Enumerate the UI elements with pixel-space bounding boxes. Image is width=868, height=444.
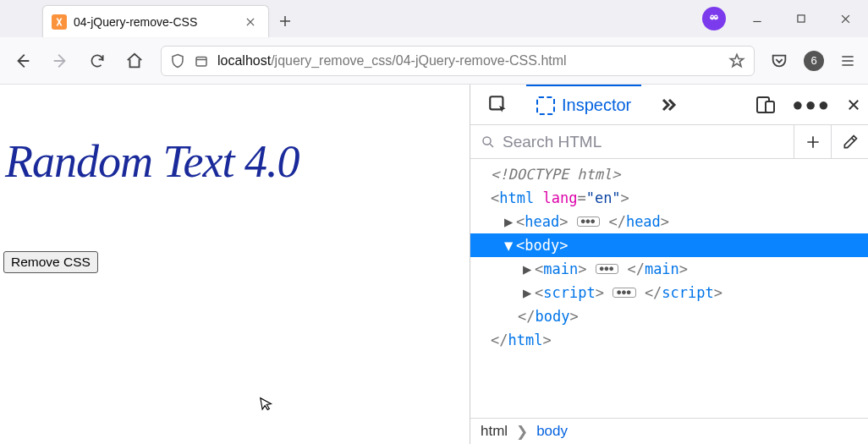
window-controls xyxy=(702,0,868,37)
search-icon xyxy=(481,134,496,150)
tree-script[interactable]: ▶<script> ●●● </script> xyxy=(470,281,868,304)
tree-body-open[interactable]: ▼<body> xyxy=(470,233,868,257)
svg-rect-4 xyxy=(196,57,206,66)
forward-button xyxy=(49,50,71,72)
tree-main[interactable]: ▶<main> ●●● </main> xyxy=(470,257,868,281)
tab-title: 04-jQuery-remove-CSS xyxy=(74,15,238,29)
xampp-favicon xyxy=(52,14,67,30)
window-minimize-icon[interactable] xyxy=(744,6,770,31)
devtools-panel: Inspector ●●● Search HTML xyxy=(470,85,868,444)
responsive-mode-icon[interactable] xyxy=(755,95,777,115)
tab-inspector[interactable]: Inspector xyxy=(526,85,641,125)
breadcrumb: html ❯ body xyxy=(470,418,868,444)
browser-tab[interactable]: 04-jQuery-remove-CSS xyxy=(42,5,269,37)
tab-close-icon[interactable] xyxy=(244,16,260,28)
devtools-search-row: Search HTML xyxy=(470,125,868,159)
home-button[interactable] xyxy=(124,50,146,72)
bookmark-star-icon[interactable] xyxy=(728,52,745,69)
url-text: localhost/jquery_remove_css/04-jQuery-re… xyxy=(217,53,567,69)
tree-head[interactable]: ▶<head> ●●● </head> xyxy=(470,210,868,233)
dom-tree[interactable]: <!DOCTYPE html> <html lang="en"> ▶<head>… xyxy=(470,159,868,418)
content-area: Random Text 4.0 Remove CSS Inspector ●●● xyxy=(0,85,868,444)
tree-body-close[interactable]: </body> xyxy=(470,304,868,328)
mouse-cursor-icon xyxy=(257,393,276,414)
search-placeholder: Search HTML xyxy=(503,133,602,151)
extension-badge-icon[interactable] xyxy=(702,7,726,30)
site-info-icon[interactable] xyxy=(194,53,209,69)
remove-css-button[interactable]: Remove CSS xyxy=(3,251,98,273)
eyedropper-icon[interactable] xyxy=(831,125,868,159)
window-maximize-icon[interactable] xyxy=(788,6,814,31)
tree-html-open[interactable]: <html lang="en"> xyxy=(470,186,868,210)
toolbar-right: 6 xyxy=(770,51,856,71)
new-tab-button[interactable] xyxy=(269,5,301,37)
shield-icon[interactable] xyxy=(170,52,185,69)
html-search-input[interactable]: Search HTML xyxy=(470,133,794,151)
devtools-menu-icon[interactable]: ●●● xyxy=(792,94,831,116)
pocket-icon[interactable] xyxy=(770,52,788,70)
svg-point-2 xyxy=(715,16,717,18)
devtools-close-icon[interactable] xyxy=(846,97,861,112)
new-node-button[interactable] xyxy=(794,125,831,159)
crumb-body[interactable]: body xyxy=(536,423,568,440)
window-close-icon[interactable] xyxy=(832,6,858,31)
account-badge[interactable]: 6 xyxy=(804,51,824,71)
chevron-right-icon: ❯ xyxy=(516,423,528,441)
svg-point-8 xyxy=(483,137,491,145)
reload-button[interactable] xyxy=(86,50,108,72)
address-bar[interactable]: localhost/jquery_remove_css/04-jQuery-re… xyxy=(161,46,755,76)
devtools-overflow-icon[interactable] xyxy=(648,85,689,125)
tab-inspector-label: Inspector xyxy=(562,96,631,115)
svg-rect-3 xyxy=(798,15,805,22)
tree-html-close[interactable]: </html> xyxy=(470,328,868,352)
element-picker-icon[interactable] xyxy=(477,85,519,125)
back-button[interactable] xyxy=(12,50,34,72)
page-viewport: Random Text 4.0 Remove CSS xyxy=(0,85,470,444)
page-heading: Random Text 4.0 xyxy=(5,135,470,188)
devtools-toolbar: Inspector ●●● xyxy=(470,85,868,125)
tab-strip: 04-jQuery-remove-CSS xyxy=(0,0,868,37)
crumb-html[interactable]: html xyxy=(481,423,508,440)
svg-rect-7 xyxy=(766,101,774,112)
app-menu-icon[interactable] xyxy=(839,52,856,69)
inspector-icon xyxy=(536,96,555,115)
tree-doctype[interactable]: <!DOCTYPE html> xyxy=(470,162,868,186)
toolbar: localhost/jquery_remove_css/04-jQuery-re… xyxy=(0,37,868,85)
svg-point-1 xyxy=(711,16,713,18)
